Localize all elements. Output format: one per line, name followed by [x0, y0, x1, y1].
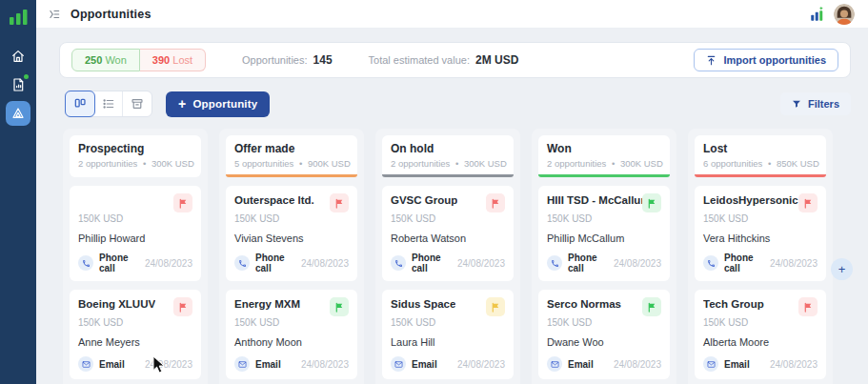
phone-icon [78, 255, 93, 271]
kanban-column: Lost 6 opportunities • 850K USD LeidosHy… [688, 129, 833, 384]
flag-icon[interactable] [642, 193, 661, 212]
opportunity-card[interactable]: Sidus Space 150K USD Laura Hill Email 24… [382, 290, 514, 379]
card-date: 24/08/2023 [457, 258, 505, 269]
card-contact: Vera Hithckins [703, 232, 818, 244]
archive-view-button[interactable] [123, 91, 151, 116]
column-total: 300K USD [620, 158, 663, 169]
card-value: 150K USD [234, 317, 349, 328]
performance-chart-icon[interactable] [809, 6, 826, 23]
column-cards: GVSC Group 150K USD Roberta Watson Phone… [382, 186, 514, 384]
flag-icon[interactable] [642, 297, 661, 316]
flag-icon[interactable] [486, 297, 505, 316]
kanban-column: On hold 2 opportunities • 300K USD GVSC … [375, 129, 520, 384]
page-title: Opportunities [71, 8, 151, 21]
card-activity-row: Phone call 24/08/2023 [78, 253, 192, 273]
card-date: 24/08/2023 [770, 359, 818, 370]
card-value: 150K USD [391, 317, 505, 328]
opportunity-card[interactable]: Boeing XLUUV 150K USD Anne Meyers Email … [70, 290, 201, 379]
column-header[interactable]: On hold 2 opportunities • 300K USD [382, 135, 514, 177]
card-value: 150K USD [391, 213, 505, 224]
stats-bar: 250 Won 390 Lost Opportunities: 145 Tota… [59, 42, 851, 78]
sidebar-item-documents[interactable] [6, 72, 30, 97]
add-opportunity-button[interactable]: + Opportunity [166, 91, 270, 117]
card-activity-row: Email 24/08/2023 [547, 356, 661, 372]
card-value: 150K USD [547, 317, 661, 328]
user-avatar[interactable] [834, 4, 855, 25]
column-header[interactable]: Prospecting 2 opportunities • 300K USD [70, 135, 201, 177]
card-activity-row: Phone call 24/08/2023 [547, 253, 661, 273]
total-value-stat-value: 2M USD [475, 53, 518, 67]
opportunities-stat: Opportunities: 145 [242, 53, 333, 67]
card-title: Energy MXM [234, 297, 300, 312]
card-contact: Laura Hill [391, 336, 505, 348]
column-header[interactable]: Offer made 5 opportunities • 900K USD [226, 135, 357, 177]
opportunity-card[interactable]: LeidosHypersonic 150K USD Vera Hithckins… [695, 186, 826, 281]
column-accent-bar [538, 174, 670, 177]
flag-icon[interactable] [486, 193, 505, 212]
card-date: 24/08/2023 [614, 258, 661, 269]
sidebar-collapse-icon[interactable] [46, 6, 63, 23]
kanban-column: Prospecting 2 opportunities • 300K USD 1… [63, 129, 208, 384]
bullet-separator: • [453, 158, 461, 169]
opportunity-card[interactable]: Serco Normas 150K USD Dwane Woo Email 24… [538, 290, 670, 379]
won-lost-segmented-control: 250 Won 390 Lost [71, 49, 206, 71]
plus-icon: + [178, 96, 186, 111]
column-total: 300K USD [464, 158, 507, 169]
sidebar-item-home[interactable] [6, 44, 30, 69]
kanban-column: Offer made 5 opportunities • 900K USD Ou… [219, 129, 364, 384]
activity-label: Email [568, 359, 594, 370]
add-column-button[interactable]: + [831, 258, 853, 280]
sidebar-item-opportunities[interactable] [6, 101, 30, 126]
opportunities-stat-label: Opportunities: [242, 54, 307, 66]
activity-label: Phone call [255, 253, 301, 273]
column-header[interactable]: Won 2 opportunities • 300K USD [538, 135, 670, 177]
column-title: Lost [703, 142, 818, 155]
flag-icon[interactable] [173, 297, 192, 316]
import-opportunities-button[interactable]: Import opportunities [694, 49, 838, 71]
activity-label: Phone call [724, 253, 770, 273]
email-icon [547, 356, 562, 372]
opportunity-card[interactable]: GVSC Group 150K USD Roberta Watson Phone… [382, 186, 514, 281]
activity-label: Phone call [568, 253, 614, 273]
opportunity-card[interactable]: HIII TSD - McCallum 150K USD Phillip McC… [538, 186, 670, 281]
won-count: 250 [85, 54, 102, 66]
kanban-board: Prospecting 2 opportunities • 300K USD 1… [59, 129, 851, 384]
total-value-stat: Total estimated value: 2M USD [369, 53, 519, 67]
toolbar: + Opportunity Filters [59, 91, 851, 117]
flag-icon[interactable] [330, 193, 349, 212]
sidebar [0, 0, 36, 384]
card-value: 150K USD [78, 317, 192, 328]
flag-icon[interactable] [798, 297, 818, 316]
flag-icon[interactable] [798, 193, 818, 212]
flag-icon[interactable] [173, 193, 192, 212]
activity-label: Phone call [99, 253, 145, 273]
filters-label: Filters [808, 98, 839, 110]
card-title: Outerspace ltd. [234, 193, 314, 208]
filters-button[interactable]: Filters [780, 92, 851, 115]
column-accent-bar [382, 174, 514, 177]
card-value: 150K USD [703, 317, 818, 328]
total-value-stat-label: Total estimated value: [369, 54, 470, 66]
email-icon [391, 356, 406, 372]
column-count: 5 opportunities [234, 158, 293, 169]
list-view-button[interactable] [94, 91, 123, 116]
card-date: 24/08/2023 [301, 359, 349, 370]
card-contact: Anne Meyers [78, 336, 192, 348]
won-segment[interactable]: 250 Won [71, 49, 140, 71]
opportunity-card[interactable]: Energy MXM 150K USD Anthony Moon Email 2… [226, 290, 357, 379]
phone-icon [547, 255, 562, 271]
activity-label: Email [99, 359, 125, 370]
phone-icon [391, 255, 406, 271]
card-activity-row: Phone call 24/08/2023 [703, 253, 818, 273]
lost-segment[interactable]: 390 Lost [140, 49, 206, 71]
card-value: 150K USD [703, 213, 818, 224]
deals-triangle-icon [10, 106, 26, 121]
bullet-separator: • [609, 158, 617, 169]
opportunity-card[interactable]: Tech Group 150K USD Alberta Moore Email … [695, 290, 826, 379]
opportunity-card[interactable]: Outerspace ltd. 150K USD Vivian Stevens … [226, 186, 357, 281]
column-header[interactable]: Lost 6 opportunities • 850K USD [695, 135, 826, 177]
opportunity-card[interactable]: 150K USD Phillip Howard Phone call 24/08… [70, 186, 201, 281]
kanban-view-button[interactable] [65, 91, 95, 117]
flag-icon[interactable] [330, 297, 349, 316]
card-contact: Phillip Howard [78, 232, 192, 244]
